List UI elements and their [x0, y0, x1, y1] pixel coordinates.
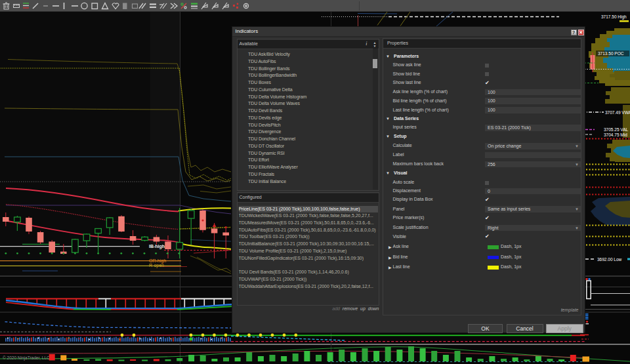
svg-text:3705.25 VAL: 3705.25 VAL — [604, 127, 628, 132]
svg-text:IB-high: IB-high — [149, 244, 165, 249]
svg-text:3704.75 Mid: 3704.75 Mid — [604, 132, 627, 137]
svg-text:3717.50 High: 3717.50 High — [601, 14, 627, 20]
svg-text:© 2020 NinjaTrader, LLC: © 2020 NinjaTrader, LLC — [3, 355, 50, 361]
svg-text:3713.50 POC: 3713.50 POC — [598, 51, 624, 56]
svg-text:3707.49 VWAP: 3707.49 VWAP — [605, 110, 630, 115]
svg-text:R-open: R-open — [149, 263, 164, 268]
svg-text:3692.00 Low: 3692.00 Low — [597, 257, 622, 262]
